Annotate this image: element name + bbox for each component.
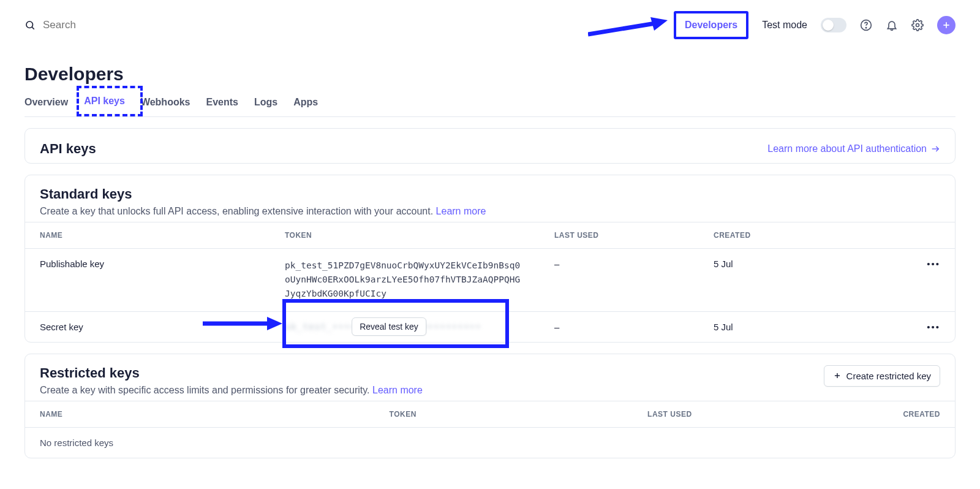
restricted-keys-learn-more[interactable]: Learn more	[372, 385, 423, 395]
standard-keys-desc: Create a key that unlocks full API acces…	[40, 206, 940, 217]
create-restricted-key-label: Create restricted key	[846, 371, 931, 381]
search-icon	[24, 20, 36, 31]
key-created: 5 Jul	[699, 249, 912, 312]
key-last-used: –	[540, 249, 699, 312]
search-input[interactable]	[43, 19, 165, 31]
col-name: NAME	[25, 401, 220, 427]
restricted-keys-desc: Create a key with specific access limits…	[40, 385, 423, 396]
api-auth-learn-link[interactable]: Learn more about API authentication	[767, 143, 940, 154]
page-title: Developers	[24, 64, 956, 85]
bell-icon[interactable]	[886, 19, 898, 31]
table-row: Publishable key pk_test_51PZD7gEV8nuoCrb…	[25, 249, 955, 312]
standard-keys-table: NAME TOKEN LAST USED CREATED Publishable…	[25, 222, 955, 342]
api-auth-learn-text: Learn more about API authentication	[767, 143, 927, 154]
col-token: TOKEN	[220, 401, 431, 427]
col-created: CREATED	[699, 222, 912, 249]
svg-point-6	[916, 24, 919, 27]
col-token: TOKEN	[270, 222, 540, 249]
test-mode-toggle[interactable]	[821, 18, 846, 32]
col-name: NAME	[25, 222, 270, 249]
search-wrap[interactable]	[24, 19, 664, 31]
test-mode-label: Test mode	[762, 20, 807, 31]
svg-point-5	[865, 28, 866, 28]
col-last-used: LAST USED	[431, 401, 707, 427]
svg-line-2	[588, 23, 655, 34]
svg-point-0	[26, 21, 33, 28]
gear-icon[interactable]	[911, 19, 924, 31]
api-keys-title: API keys	[40, 141, 96, 157]
tab-api-keys[interactable]: API keys	[84, 94, 125, 107]
restricted-keys-card: Restricted keys Create a key with specif…	[24, 354, 956, 458]
tabs: Overview API keys Webhooks Events Logs A…	[24, 96, 956, 117]
restricted-keys-table: NAME TOKEN LAST USED CREATED No restrict…	[25, 401, 955, 458]
reveal-test-key-button[interactable]: Reveal test key	[352, 317, 426, 336]
annotation-arrow-secret	[203, 314, 282, 333]
svg-marker-11	[267, 317, 282, 330]
row-menu[interactable]: •••	[912, 249, 955, 312]
help-icon[interactable]	[860, 19, 872, 31]
annotation-arrow-developers	[588, 17, 668, 42]
key-last-used: –	[540, 311, 699, 342]
svg-line-1	[32, 27, 34, 29]
standard-keys-title: Standard keys	[40, 186, 940, 202]
standard-keys-card: Standard keys Create a key that unlocks …	[24, 175, 956, 343]
standard-keys-learn-more[interactable]: Learn more	[436, 206, 486, 216]
tab-events[interactable]: Events	[206, 96, 238, 109]
svg-marker-3	[650, 17, 668, 31]
plus-button[interactable]	[937, 16, 956, 34]
tab-webhooks[interactable]: Webhooks	[141, 96, 190, 109]
col-created: CREATED	[707, 401, 955, 427]
row-menu[interactable]: •••	[912, 311, 955, 342]
tab-logs[interactable]: Logs	[254, 96, 277, 109]
table-row: Secret key sk_test_•••••••••••••••••••••…	[25, 311, 955, 342]
key-name: Publishable key	[25, 249, 270, 312]
arrow-right-icon	[930, 144, 940, 154]
api-keys-card: API keys Learn more about API authentica…	[24, 128, 956, 164]
col-last-used: LAST USED	[540, 222, 699, 249]
restricted-keys-title: Restricted keys	[40, 365, 423, 381]
developers-link[interactable]: Developers	[674, 11, 748, 39]
empty-text: No restricted keys	[25, 427, 955, 458]
table-row-empty: No restricted keys	[25, 427, 955, 458]
key-token[interactable]: pk_test_51PZD7gEV8nuoCrbQWyxUY2EkVCeIb9n…	[285, 259, 525, 301]
plus-icon	[833, 371, 842, 380]
tab-apps[interactable]: Apps	[293, 96, 318, 109]
create-restricted-key-button[interactable]: Create restricted key	[824, 365, 940, 387]
key-created: 5 Jul	[699, 311, 912, 342]
tab-overview[interactable]: Overview	[24, 96, 68, 109]
